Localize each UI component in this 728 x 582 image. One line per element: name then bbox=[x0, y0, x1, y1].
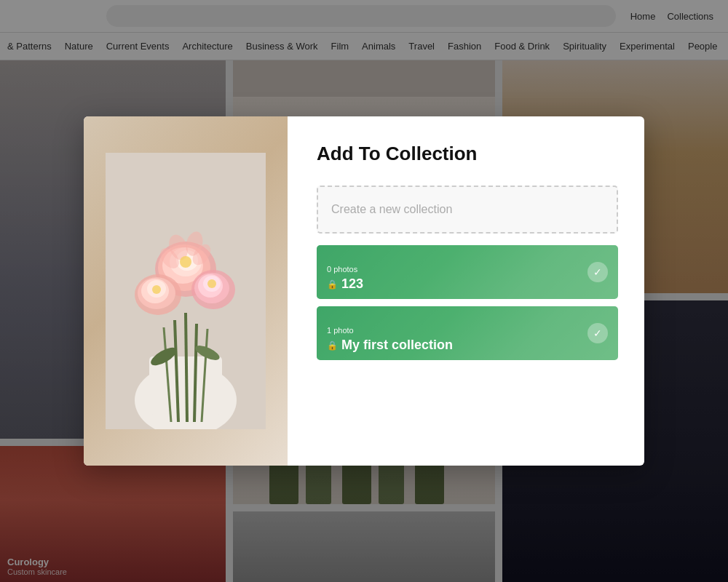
new-collection-placeholder: Create a new collection bbox=[331, 203, 452, 216]
collection-123-name: 🔒 123 bbox=[327, 276, 608, 292]
lock-icon-myfirst: 🔒 bbox=[327, 340, 338, 351]
collection-123-count: 0 photos bbox=[327, 265, 608, 274]
flower-image bbox=[84, 116, 288, 466]
lock-icon-123: 🔒 bbox=[327, 279, 338, 290]
flower-illustration bbox=[106, 153, 266, 429]
svg-point-28 bbox=[152, 285, 161, 294]
svg-line-4 bbox=[186, 313, 187, 422]
svg-point-27 bbox=[180, 256, 191, 268]
collection-item-myfirst-info: 1 photo 🔒 My first collection bbox=[327, 326, 608, 353]
collection-item-123-info: 0 photos 🔒 123 bbox=[327, 265, 608, 292]
modal-image-panel bbox=[84, 116, 288, 466]
svg-point-29 bbox=[207, 279, 216, 288]
check-icon-myfirst: ✓ bbox=[587, 323, 608, 343]
collection-myfirst-title: My first collection bbox=[341, 338, 453, 353]
collection-item-123[interactable]: 0 photos 🔒 123 ✓ bbox=[317, 245, 618, 299]
check-icon-123: ✓ bbox=[587, 262, 608, 282]
collection-myfirst-count: 1 photo bbox=[327, 326, 608, 335]
collection-123-title: 123 bbox=[341, 276, 363, 292]
modal-content-panel: Add To Collection Create a new collectio… bbox=[288, 116, 644, 466]
collection-myfirst-name: 🔒 My first collection bbox=[327, 338, 608, 353]
collection-item-myfirst[interactable]: 1 photo 🔒 My first collection ✓ bbox=[317, 306, 618, 360]
new-collection-input[interactable]: Create a new collection bbox=[317, 186, 618, 234]
modal-title: Add To Collection bbox=[317, 143, 618, 165]
add-to-collection-modal: Add To Collection Create a new collectio… bbox=[84, 116, 644, 466]
